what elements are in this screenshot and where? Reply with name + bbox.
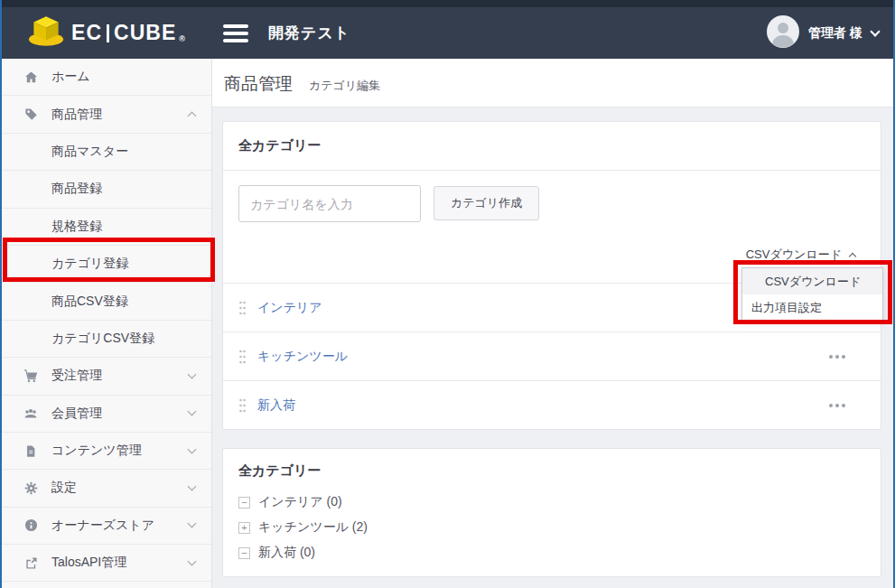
category-row: キッチンツール [223, 331, 881, 380]
site-title: 開発テスト [268, 23, 350, 43]
breadcrumb: 商品管理 カテゴリ編集 [212, 59, 893, 107]
drag-handle-icon[interactable] [238, 300, 247, 316]
sidebar-item-product-master[interactable]: 商品マスター [2, 134, 211, 171]
expand-icon[interactable]: + [238, 522, 250, 534]
create-category-button[interactable]: カテゴリ作成 [434, 186, 539, 220]
more-options-icon[interactable] [828, 354, 846, 359]
sidebar-item-product-csv-register[interactable]: 商品CSV登録 [2, 283, 211, 320]
sidebar-item-settings[interactable]: 設定 [2, 470, 211, 507]
drag-handle-icon[interactable] [238, 349, 247, 365]
document-icon [23, 443, 38, 458]
sidebar-item-product-register[interactable]: 商品登録 [2, 171, 211, 208]
cart-icon [23, 369, 38, 383]
tree-item-label: 新入荷 (0) [258, 545, 315, 561]
chevron-down-icon [188, 482, 197, 491]
chevron-up-icon [188, 112, 197, 121]
ec-cube-admin-window: ECCUBE® 開発テスト 管理者 様 [0, 0, 895, 588]
dropdown-item-output-settings[interactable]: 出力項目設定 [742, 294, 882, 321]
ec-cube-hat-icon [28, 14, 64, 51]
sidebar-item-category-csv-register[interactable]: カテゴリCSV登録 [2, 321, 211, 358]
user-name: 管理者 様 [808, 25, 862, 42]
category-link-kitchen-tool[interactable]: キッチンツール [257, 349, 348, 365]
info-icon [23, 518, 38, 533]
more-options-icon[interactable] [828, 403, 846, 408]
dropdown-item-csv-download[interactable]: CSVダウンロード [742, 268, 882, 294]
collapse-icon[interactable]: − [238, 497, 250, 509]
drag-handle-icon[interactable] [238, 397, 247, 414]
chevron-down-icon [188, 519, 197, 528]
sidebar-item-category-register[interactable]: カテゴリ登録 [2, 246, 211, 283]
logo-text: ECCUBE® [71, 21, 186, 45]
main-area: 商品管理 カテゴリ編集 全カテゴリー カテゴリ作成 CSVダウンロード [212, 59, 893, 588]
sidebar-item-member-management[interactable]: 会員管理 [2, 396, 211, 433]
category-row: 新入荷 [223, 380, 881, 429]
ec-cube-logo[interactable]: ECCUBE® [28, 14, 186, 51]
sidebar-item-owners-store[interactable]: オーナーズストア [2, 508, 211, 545]
sidebar-nav: ホーム 商品管理 商品マスター 商品登録 規格登録 カテゴリ登録 [2, 59, 212, 588]
csv-dropdown-menu: CSVダウンロード 出力項目設定 [741, 267, 883, 322]
chevron-up-icon [849, 253, 856, 260]
tree-item: + キッチンツール (2) [238, 515, 881, 540]
sidebar-item-spec-register[interactable]: 規格登録 [2, 209, 211, 246]
chevron-down-icon [188, 444, 197, 453]
tree-item-label: インテリア (0) [258, 494, 342, 510]
tree-item: − 新入荷 (0) [238, 540, 881, 565]
tag-icon [23, 107, 38, 122]
home-icon [23, 70, 38, 84]
sidebar-item-home[interactable]: ホーム [2, 59, 211, 96]
chevron-down-icon [188, 369, 197, 378]
sidebar-item-talos-api[interactable]: TalosAPI管理 [2, 545, 211, 582]
category-name-input[interactable] [238, 185, 421, 222]
chevron-down-icon [188, 407, 197, 416]
top-strip [2, 0, 893, 7]
users-icon [23, 406, 38, 421]
menu-toggle-icon[interactable] [223, 24, 248, 42]
card-title: 全カテゴリー [238, 137, 321, 154]
chevron-down-icon [870, 26, 880, 36]
chevron-down-icon [188, 556, 197, 565]
tree-item: − インテリア (0) [238, 490, 881, 515]
sidebar-item-order-management[interactable]: 受注管理 [2, 358, 211, 395]
top-bar: ECCUBE® 開発テスト 管理者 様 [2, 0, 893, 59]
category-link-interior[interactable]: インテリア [257, 300, 322, 316]
breadcrumb-section: 商品管理 [224, 72, 293, 96]
tree-item-label: キッチンツール (2) [258, 519, 368, 536]
category-tree: − インテリア (0) + キッチンツール (2) − 新入荷 (0) [238, 490, 881, 565]
breadcrumb-page: カテゴリ編集 [309, 78, 380, 94]
tree-card-title: 全カテゴリー [238, 462, 321, 478]
external-link-icon [23, 555, 38, 570]
csv-download-toggle[interactable]: CSVダウンロード [746, 247, 855, 263]
collapse-icon[interactable]: − [238, 547, 250, 559]
sidebar-item-product-management[interactable]: 商品管理 [2, 96, 211, 133]
category-tree-card: 全カテゴリー − インテリア (0) + キッチンツール (2) − 新入荷 ( [222, 448, 881, 577]
sidebar-item-content-management[interactable]: コンテンツ管理 [2, 433, 211, 470]
category-link-new-arrival[interactable]: 新入荷 [257, 397, 295, 414]
user-menu[interactable]: 管理者 様 [767, 15, 879, 51]
avatar [767, 15, 799, 51]
gear-icon [23, 481, 38, 495]
